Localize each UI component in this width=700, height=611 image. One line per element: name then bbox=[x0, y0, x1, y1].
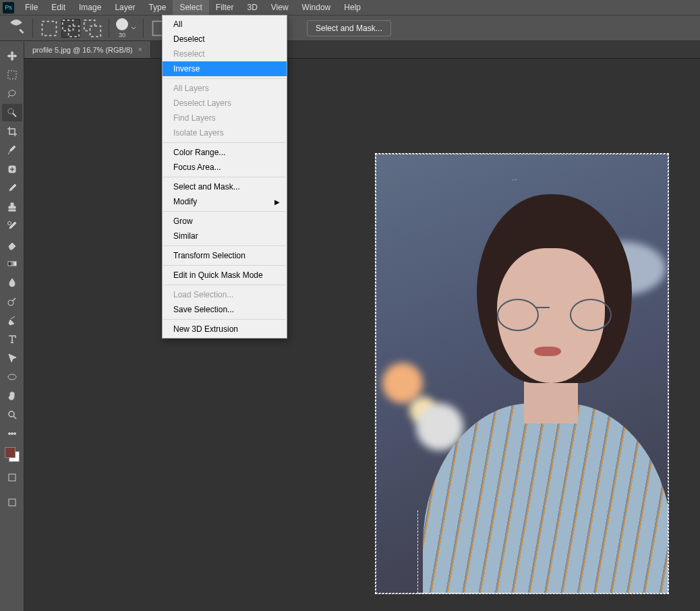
svg-rect-4 bbox=[90, 26, 101, 36]
menu-view[interactable]: View bbox=[264, 0, 295, 16]
menu-edit[interactable]: Edit bbox=[45, 0, 72, 16]
menu-separator bbox=[163, 319, 286, 320]
quick-select-tool[interactable] bbox=[2, 104, 22, 121]
color-swatch[interactable] bbox=[5, 447, 20, 462]
option-bar: 30 Select and Mask... bbox=[0, 16, 700, 41]
menu-separator bbox=[163, 177, 286, 177]
subtract-from-selection-icon[interactable] bbox=[83, 19, 102, 38]
new-selection-icon[interactable] bbox=[40, 19, 59, 38]
menu-item-all[interactable]: All bbox=[163, 17, 287, 32]
eyedropper-tool[interactable] bbox=[2, 142, 22, 159]
crop-tool[interactable] bbox=[2, 123, 22, 140]
screen-mode-icon[interactable] bbox=[2, 494, 22, 511]
menu-image[interactable]: Image bbox=[72, 0, 108, 16]
lasso-tool[interactable] bbox=[2, 85, 22, 103]
menu-item-modify[interactable]: Modify▶ bbox=[163, 194, 287, 209]
menu-item-similar[interactable]: Similar bbox=[163, 229, 287, 243]
menu-item-load-selection: Load Selection... bbox=[163, 287, 287, 302]
document-image[interactable] bbox=[375, 153, 669, 594]
menu-item-find-layers: Find Layers bbox=[163, 111, 287, 125]
svg-rect-0 bbox=[42, 21, 57, 35]
svg-point-15 bbox=[8, 433, 10, 435]
menu-item-select-and-mask[interactable]: Select and Mask... bbox=[163, 179, 287, 194]
select-menu-dropdown: AllDeselectReselectInverseAll LayersDese… bbox=[162, 15, 287, 339]
menu-item-save-selection[interactable]: Save Selection... bbox=[163, 302, 287, 317]
blur-tool[interactable] bbox=[2, 274, 22, 291]
menu-window[interactable]: Window bbox=[295, 0, 338, 16]
menu-item-reselect: Reselect bbox=[163, 47, 287, 61]
svg-point-17 bbox=[13, 433, 16, 435]
tool-panel bbox=[0, 41, 24, 611]
menu-item-color-range[interactable]: Color Range... bbox=[163, 145, 287, 160]
select-and-mask-label: Select and Mask... bbox=[316, 24, 382, 33]
menu-item-isolate-layers: Isolate Layers bbox=[163, 125, 287, 140]
svg-point-16 bbox=[11, 433, 13, 435]
menu-help[interactable]: Help bbox=[337, 0, 368, 16]
quick-mask-icon[interactable] bbox=[2, 469, 22, 486]
menu-select[interactable]: Select bbox=[173, 0, 208, 16]
menu-item-transform-selection[interactable]: Transform Selection bbox=[163, 248, 287, 263]
menu-item-new-3d-extrusion[interactable]: New 3D Extrusion bbox=[163, 322, 287, 337]
menu-3d[interactable]: 3D bbox=[240, 0, 264, 16]
menu-separator bbox=[163, 211, 286, 212]
dodge-tool[interactable] bbox=[2, 293, 22, 310]
brush-tool[interactable] bbox=[2, 179, 22, 197]
svg-point-7 bbox=[8, 109, 13, 114]
add-to-selection-icon[interactable] bbox=[61, 19, 80, 38]
stamp-tool[interactable] bbox=[2, 198, 22, 216]
tool-preset-dropdown[interactable] bbox=[7, 19, 26, 38]
svg-rect-9 bbox=[9, 210, 16, 211]
healing-tool[interactable] bbox=[2, 161, 22, 178]
menu-item-edit-in-quick-mask-mode[interactable]: Edit in Quick Mask Mode bbox=[163, 268, 287, 283]
menu-separator bbox=[163, 265, 286, 266]
menu-separator bbox=[163, 78, 286, 79]
tab-label: profile 5.jpg @ 16.7% (RGB/8) bbox=[32, 46, 133, 54]
menu-item-deselect[interactable]: Deselect bbox=[163, 32, 287, 47]
chevron-down-icon[interactable] bbox=[131, 26, 136, 31]
svg-rect-6 bbox=[8, 71, 16, 79]
document-tab[interactable]: profile 5.jpg @ 16.7% (RGB/8) × bbox=[24, 41, 151, 58]
zoom-tool[interactable] bbox=[2, 406, 22, 424]
marquee-tool[interactable] bbox=[2, 66, 22, 84]
type-tool[interactable] bbox=[2, 330, 22, 348]
svg-rect-18 bbox=[9, 474, 16, 481]
document-tabs: profile 5.jpg @ 16.7% (RGB/8) × bbox=[24, 41, 700, 59]
menu-separator bbox=[163, 245, 286, 246]
menu-item-deselect-layers: Deselect Layers bbox=[163, 96, 287, 111]
svg-point-14 bbox=[9, 411, 14, 417]
menu-item-grow[interactable]: Grow bbox=[163, 214, 287, 229]
shape-tool[interactable] bbox=[2, 368, 22, 386]
svg-point-10 bbox=[7, 222, 11, 225]
menu-separator bbox=[163, 285, 286, 285]
more-tool[interactable] bbox=[2, 425, 22, 442]
svg-point-12 bbox=[8, 300, 13, 306]
brush-size-picker[interactable]: 30 bbox=[116, 18, 128, 38]
submenu-arrow-icon: ▶ bbox=[274, 197, 280, 208]
menu-filter[interactable]: Filter bbox=[209, 0, 241, 16]
history-brush-tool[interactable] bbox=[2, 217, 22, 235]
pen-tool[interactable] bbox=[2, 312, 22, 329]
eraser-tool[interactable] bbox=[2, 236, 22, 254]
menu-type[interactable]: Type bbox=[142, 0, 173, 16]
menu-file[interactable]: File bbox=[18, 0, 45, 16]
move-tool[interactable] bbox=[2, 47, 22, 65]
path-select-tool[interactable] bbox=[2, 349, 22, 367]
select-and-mask-button[interactable]: Select and Mask... bbox=[307, 20, 391, 36]
canvas-area[interactable] bbox=[24, 59, 700, 611]
svg-point-13 bbox=[8, 374, 16, 380]
menu-item-inverse[interactable]: Inverse bbox=[163, 61, 287, 76]
menu-layer[interactable]: Layer bbox=[108, 0, 142, 16]
menu-item-all-layers: All Layers bbox=[163, 81, 287, 96]
svg-rect-19 bbox=[9, 499, 16, 506]
brush-size-value: 30 bbox=[119, 32, 125, 38]
menubar: Ps FileEditImageLayerTypeSelectFilter3DV… bbox=[0, 0, 700, 16]
gradient-tool[interactable] bbox=[2, 255, 22, 272]
app-logo: Ps bbox=[3, 2, 14, 13]
menu-item-focus-area[interactable]: Focus Area... bbox=[163, 160, 287, 175]
hand-tool[interactable] bbox=[2, 387, 22, 405]
menu-separator bbox=[163, 142, 286, 143]
close-icon[interactable]: × bbox=[138, 46, 142, 53]
svg-rect-11 bbox=[8, 262, 16, 266]
